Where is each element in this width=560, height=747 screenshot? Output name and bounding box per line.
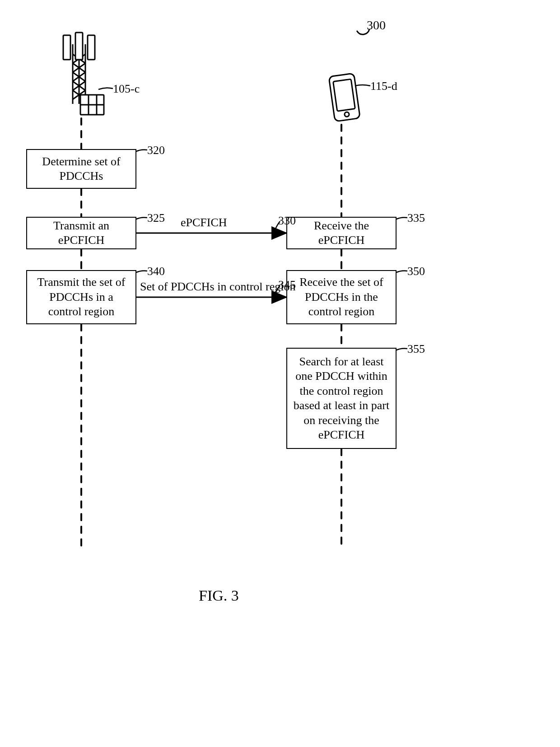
svg-point-6 <box>344 112 349 117</box>
step-receive-epcfich: Receive the ePCFICH <box>286 217 397 249</box>
message-epcfich-label: ePCFICH <box>181 216 227 229</box>
step-text: Transmit the set of PDCCHs in a control … <box>32 275 131 319</box>
figure-number: 300 <box>367 18 386 33</box>
ref-320: 320 <box>147 144 165 157</box>
svg-rect-1 <box>75 33 83 60</box>
svg-rect-2 <box>88 35 95 60</box>
ref-335: 335 <box>407 211 425 225</box>
step-determine-pdcchs: Determine set of PDCCHs <box>26 149 136 189</box>
ref-340: 340 <box>147 265 165 278</box>
step-search-pdcch: Search for at least one PDCCH within the… <box>286 348 397 449</box>
step-receive-pdcchs: Receive the set of PDCCHs in the control… <box>286 270 397 324</box>
ref-325: 325 <box>147 211 165 225</box>
message-pdcchs-label: Set of PDCCHs in control region <box>140 280 296 294</box>
svg-rect-4 <box>329 73 360 121</box>
diagram-canvas: 300 105-c 115-d Determine set of PDCCHs … <box>0 0 560 747</box>
step-text: Receive the ePCFICH <box>292 219 391 248</box>
svg-rect-3 <box>80 95 104 115</box>
step-text: Determine set of PDCCHs <box>32 154 131 184</box>
step-text: Search for at least one PDCCH within the… <box>292 355 391 443</box>
step-transmit-pdcchs: Transmit the set of PDCCHs in a control … <box>26 270 136 324</box>
svg-rect-0 <box>63 35 70 60</box>
step-transmit-epcfich: Transmit an ePCFICH <box>26 217 136 249</box>
ref-350: 350 <box>407 265 425 278</box>
phone-icon <box>329 73 360 121</box>
ref-330: 330 <box>278 214 296 228</box>
left-actor-label: 105-c <box>113 82 140 96</box>
step-text: Receive the set of PDCCHs in the control… <box>292 275 391 319</box>
ref-355: 355 <box>407 342 425 356</box>
ref-345: 345 <box>278 278 296 292</box>
step-text: Transmit an ePCFICH <box>32 219 131 248</box>
figure-caption: FIG. 3 <box>199 587 239 604</box>
base-station-icon <box>63 33 104 115</box>
diagram-svg <box>0 0 560 747</box>
right-actor-label: 115-d <box>370 79 397 93</box>
svg-rect-5 <box>333 79 355 111</box>
